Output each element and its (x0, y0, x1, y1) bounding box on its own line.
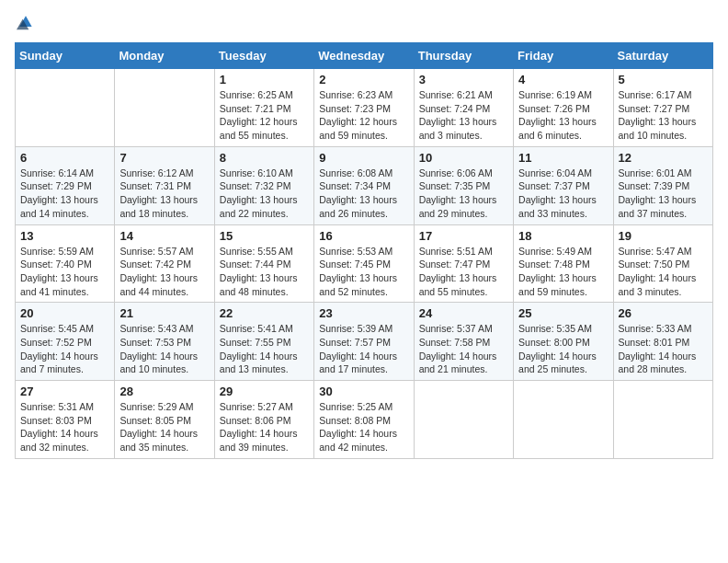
calendar-cell: 26Sunrise: 5:33 AMSunset: 8:01 PMDayligh… (613, 303, 712, 381)
calendar-cell (16, 69, 115, 147)
calendar-cell (514, 381, 613, 459)
calendar-cell: 15Sunrise: 5:55 AMSunset: 7:44 PMDayligh… (214, 224, 313, 303)
day-info: Sunrise: 6:12 AMSunset: 7:31 PMDaylight:… (119, 167, 209, 221)
day-info: Sunrise: 5:53 AMSunset: 7:45 PMDaylight:… (319, 245, 408, 299)
weekday-header-saturday: Saturday (613, 43, 712, 69)
day-info: Sunrise: 6:17 AMSunset: 7:27 PMDaylight:… (619, 88, 708, 143)
day-info: Sunrise: 6:04 AMSunset: 7:37 PMDaylight:… (518, 167, 608, 221)
day-info: Sunrise: 5:51 AMSunset: 7:47 PMDaylight:… (419, 245, 508, 299)
calendar-week-row: 20Sunrise: 5:45 AMSunset: 7:52 PMDayligh… (16, 303, 713, 381)
calendar-cell: 13Sunrise: 5:59 AMSunset: 7:40 PMDayligh… (16, 224, 115, 303)
calendar-cell: 27Sunrise: 5:31 AMSunset: 8:03 PMDayligh… (16, 381, 115, 459)
day-info: Sunrise: 5:57 AMSunset: 7:42 PMDaylight:… (119, 245, 209, 299)
calendar-table: SundayMondayTuesdayWednesdayThursdayFrid… (15, 42, 713, 459)
calendar-cell: 30Sunrise: 5:25 AMSunset: 8:08 PMDayligh… (314, 381, 414, 459)
day-info: Sunrise: 5:37 AMSunset: 7:58 PMDaylight:… (419, 322, 508, 376)
day-info: Sunrise: 6:08 AMSunset: 7:34 PMDaylight:… (319, 167, 408, 221)
day-number: 26 (619, 306, 708, 320)
weekday-header-friday: Friday (514, 43, 613, 69)
calendar-cell: 23Sunrise: 5:39 AMSunset: 7:57 PMDayligh… (314, 303, 414, 381)
day-number: 5 (619, 73, 708, 86)
calendar-week-row: 27Sunrise: 5:31 AMSunset: 8:03 PMDayligh… (16, 381, 713, 459)
day-info: Sunrise: 5:55 AMSunset: 7:44 PMDaylight:… (220, 245, 309, 299)
day-info: Sunrise: 6:01 AMSunset: 7:39 PMDaylight:… (619, 167, 708, 221)
day-info: Sunrise: 6:25 AMSunset: 7:21 PMDaylight:… (220, 88, 309, 143)
day-number: 15 (220, 229, 309, 243)
day-info: Sunrise: 5:31 AMSunset: 8:03 PMDaylight:… (20, 400, 109, 454)
calendar-week-row: 13Sunrise: 5:59 AMSunset: 7:40 PMDayligh… (16, 224, 713, 303)
calendar-cell: 10Sunrise: 6:06 AMSunset: 7:35 PMDayligh… (414, 146, 513, 224)
day-info: Sunrise: 5:59 AMSunset: 7:40 PMDaylight:… (20, 245, 109, 299)
calendar-cell: 1Sunrise: 6:25 AMSunset: 7:21 PMDaylight… (214, 69, 313, 147)
day-info: Sunrise: 5:39 AMSunset: 7:57 PMDaylight:… (319, 322, 408, 376)
day-number: 18 (518, 229, 608, 243)
day-info: Sunrise: 5:25 AMSunset: 8:08 PMDaylight:… (319, 400, 408, 454)
day-info: Sunrise: 6:21 AMSunset: 7:24 PMDaylight:… (419, 88, 508, 143)
day-number: 16 (319, 229, 408, 243)
day-number: 3 (419, 73, 508, 86)
weekday-header-sunday: Sunday (16, 43, 115, 69)
calendar-cell: 20Sunrise: 5:45 AMSunset: 7:52 PMDayligh… (16, 303, 115, 381)
day-number: 19 (619, 229, 708, 243)
day-info: Sunrise: 6:10 AMSunset: 7:32 PMDaylight:… (220, 167, 309, 221)
day-number: 1 (220, 73, 309, 86)
calendar-cell (414, 381, 513, 459)
day-number: 7 (119, 151, 209, 165)
day-info: Sunrise: 5:45 AMSunset: 7:52 PMDaylight:… (20, 322, 109, 376)
day-number: 17 (419, 229, 508, 243)
calendar-cell: 24Sunrise: 5:37 AMSunset: 7:58 PMDayligh… (414, 303, 513, 381)
calendar-cell: 3Sunrise: 6:21 AMSunset: 7:24 PMDaylight… (414, 69, 513, 147)
day-info: Sunrise: 5:33 AMSunset: 8:01 PMDaylight:… (619, 322, 708, 376)
calendar-cell: 2Sunrise: 6:23 AMSunset: 7:23 PMDaylight… (314, 69, 414, 147)
calendar-week-row: 1Sunrise: 6:25 AMSunset: 7:21 PMDaylight… (16, 69, 713, 147)
logo-icon (17, 13, 35, 31)
weekday-header-tuesday: Tuesday (214, 43, 313, 69)
day-number: 20 (20, 306, 109, 320)
calendar-cell: 28Sunrise: 5:29 AMSunset: 8:05 PMDayligh… (115, 381, 214, 459)
day-number: 11 (518, 151, 608, 165)
calendar-cell: 16Sunrise: 5:53 AMSunset: 7:45 PMDayligh… (314, 224, 414, 303)
calendar-cell (115, 69, 214, 147)
calendar-cell: 14Sunrise: 5:57 AMSunset: 7:42 PMDayligh… (115, 224, 214, 303)
day-number: 30 (319, 385, 408, 398)
calendar-cell (613, 381, 712, 459)
day-info: Sunrise: 5:29 AMSunset: 8:05 PMDaylight:… (119, 400, 209, 454)
calendar-cell: 8Sunrise: 6:10 AMSunset: 7:32 PMDaylight… (214, 146, 313, 224)
day-number: 9 (319, 151, 408, 165)
header (15, 15, 713, 31)
day-info: Sunrise: 6:14 AMSunset: 7:29 PMDaylight:… (20, 167, 109, 221)
calendar-cell: 6Sunrise: 6:14 AMSunset: 7:29 PMDaylight… (16, 146, 115, 224)
calendar-cell: 7Sunrise: 6:12 AMSunset: 7:31 PMDaylight… (115, 146, 214, 224)
calendar-header-row: SundayMondayTuesdayWednesdayThursdayFrid… (16, 43, 713, 69)
weekday-header-wednesday: Wednesday (314, 43, 414, 69)
calendar-cell: 9Sunrise: 6:08 AMSunset: 7:34 PMDaylight… (314, 146, 414, 224)
calendar-cell: 21Sunrise: 5:43 AMSunset: 7:53 PMDayligh… (115, 303, 214, 381)
day-info: Sunrise: 5:43 AMSunset: 7:53 PMDaylight:… (119, 322, 209, 376)
calendar-cell: 5Sunrise: 6:17 AMSunset: 7:27 PMDaylight… (613, 69, 712, 147)
day-number: 28 (119, 385, 209, 398)
calendar-cell: 17Sunrise: 5:51 AMSunset: 7:47 PMDayligh… (414, 224, 513, 303)
day-number: 21 (119, 306, 209, 320)
calendar-cell: 22Sunrise: 5:41 AMSunset: 7:55 PMDayligh… (214, 303, 313, 381)
page-container: SundayMondayTuesdayWednesdayThursdayFrid… (0, 0, 728, 474)
day-info: Sunrise: 6:19 AMSunset: 7:26 PMDaylight:… (518, 88, 608, 143)
day-number: 23 (319, 306, 408, 320)
day-number: 22 (220, 306, 309, 320)
day-number: 4 (518, 73, 608, 86)
day-info: Sunrise: 5:27 AMSunset: 8:06 PMDaylight:… (220, 400, 309, 454)
day-info: Sunrise: 6:06 AMSunset: 7:35 PMDaylight:… (419, 167, 508, 221)
day-info: Sunrise: 5:35 AMSunset: 8:00 PMDaylight:… (518, 322, 608, 376)
day-info: Sunrise: 6:23 AMSunset: 7:23 PMDaylight:… (319, 88, 408, 143)
calendar-cell: 29Sunrise: 5:27 AMSunset: 8:06 PMDayligh… (214, 381, 313, 459)
day-number: 6 (20, 151, 109, 165)
calendar-cell: 12Sunrise: 6:01 AMSunset: 7:39 PMDayligh… (613, 146, 712, 224)
day-info: Sunrise: 5:49 AMSunset: 7:48 PMDaylight:… (518, 245, 608, 299)
calendar-cell: 19Sunrise: 5:47 AMSunset: 7:50 PMDayligh… (613, 224, 712, 303)
day-number: 24 (419, 306, 508, 320)
weekday-header-monday: Monday (115, 43, 214, 69)
day-number: 8 (220, 151, 309, 165)
day-number: 14 (119, 229, 209, 243)
calendar-cell: 11Sunrise: 6:04 AMSunset: 7:37 PMDayligh… (514, 146, 613, 224)
day-number: 12 (619, 151, 708, 165)
day-number: 27 (20, 385, 109, 398)
